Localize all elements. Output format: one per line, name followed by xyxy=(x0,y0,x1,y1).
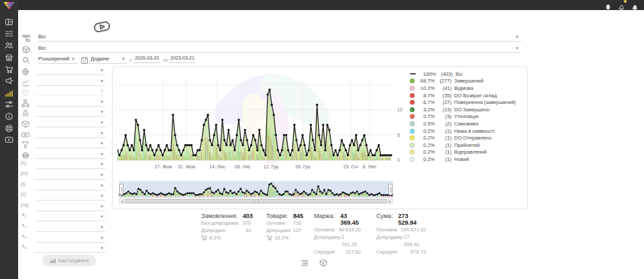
product-filter-select[interactable]: Всі ▼ xyxy=(38,44,521,53)
sidebar-item-automation[interactable] xyxy=(0,99,18,111)
legend-dot-swatch xyxy=(410,107,415,112)
scrollbar-thumb[interactable] xyxy=(125,199,387,203)
chevron-down-icon: ▼ xyxy=(100,162,104,166)
legend-item-6[interactable]: 0.7%(3)Утилізація xyxy=(410,113,525,121)
alerts-bell-icon[interactable] xyxy=(631,1,639,9)
filter-select[interactable]: ▼ xyxy=(36,87,106,96)
category-filter-select[interactable]: Всі ▼ xyxy=(38,32,521,42)
info-icon xyxy=(5,112,13,121)
chart-navigator[interactable] xyxy=(119,181,393,198)
navigator-right-handle[interactable] xyxy=(388,184,392,195)
stat-column-3: Сума:273 529.94Основна:245 871.02Допрода… xyxy=(376,213,426,256)
legend-item-11[interactable]: 0.2%(1)Відправлений xyxy=(410,149,525,156)
cube-icon xyxy=(21,120,30,128)
stat-subrow: Допродажу:2 751.25 xyxy=(314,233,361,248)
chevron-down-icon: ▼ xyxy=(515,46,519,50)
stat-subrow: Допродажу:27 658.92 xyxy=(376,233,426,248)
category-filter-value: Всі xyxy=(38,34,46,40)
sidebar-item-analytics[interactable] xyxy=(0,87,18,99)
scroll-right-arrow[interactable]: ► xyxy=(387,199,392,204)
app-logo[interactable] xyxy=(3,1,15,9)
date-field-select[interactable]: 17 Додане ▼ xyxy=(80,54,127,64)
legend-item-3[interactable]: 8.7%(35)DO Возврат склад xyxy=(410,92,525,99)
filter-select[interactable]: ▼ xyxy=(36,107,106,117)
svg-text:12. Гру: 12. Гру xyxy=(264,164,279,170)
date-to-input[interactable]: 2023-03-21 xyxy=(169,54,196,63)
filter-select[interactable]: ▼ xyxy=(36,223,106,232)
filter-select[interactable]: ▼ xyxy=(36,212,106,221)
chevron-down-icon: ▼ xyxy=(100,173,104,177)
stat-column-1: Товари:845Основні:718Допродані:12715.0% xyxy=(266,213,301,241)
legend-item-5[interactable]: 3.2%(13)DO Завершено xyxy=(410,106,525,113)
filter-select[interactable]: ▼ xyxy=(36,150,106,159)
banknote-icon xyxy=(21,129,30,137)
sidebar-item-video-tutorials[interactable] xyxy=(0,134,18,146)
apply-button-label: Застосувати xyxy=(58,258,89,264)
alerts-bell-icon xyxy=(631,3,639,11)
filter-select[interactable]: ▼ xyxy=(36,76,106,86)
box-view-icon[interactable] xyxy=(319,258,327,266)
legend-item-2[interactable]: 10.2%(41)Відмова xyxy=(410,85,525,92)
var-s-icon: {s} xyxy=(21,160,26,165)
filter-select[interactable]: ▼ xyxy=(36,160,106,169)
legend-item-9[interactable]: 0.2%(1)DO Отправлено xyxy=(410,134,525,142)
stat-subrow: Без допродажів:370 xyxy=(201,219,251,227)
filter-select[interactable]: ▼ xyxy=(36,118,106,127)
sidebar-item-dashboard[interactable] xyxy=(0,16,18,28)
filter-select[interactable]: ▼ xyxy=(36,66,106,75)
navigator-left-handle[interactable] xyxy=(119,184,123,195)
chevron-down-icon: ▼ xyxy=(100,89,104,93)
filter-select[interactable]: ▼ xyxy=(36,191,106,201)
sidebar-item-orders[interactable] xyxy=(0,28,18,40)
profile-icon[interactable] xyxy=(604,1,612,9)
legend-item-12[interactable]: 0.2%(1)Новий xyxy=(410,156,525,163)
legend-item-1[interactable]: 68.7%(277)Завершений xyxy=(410,78,525,85)
sidebar-item-purchases[interactable] xyxy=(0,63,18,75)
chevron-down-icon: ▼ xyxy=(100,184,104,188)
search-mode-select[interactable]: Розширений ▼ xyxy=(38,54,77,64)
sidebar-item-support[interactable] xyxy=(0,122,18,134)
svg-text:17: 17 xyxy=(83,59,87,62)
legend-dot-swatch xyxy=(410,121,415,126)
legend-item-0[interactable]: 100%(403)Всі xyxy=(410,70,525,78)
filter-select[interactable]: ▼ xyxy=(36,170,106,180)
filter-select[interactable]: ▼ xyxy=(36,97,106,107)
filter-row-var-m: {m}▼ xyxy=(20,170,107,180)
filter-row-funnel: ▼ xyxy=(20,139,107,149)
svg-text:23. Січ: 23. Січ xyxy=(343,164,358,169)
notifications-bell-icon[interactable] xyxy=(618,1,625,9)
legend-dot-swatch xyxy=(410,135,415,140)
world-icon xyxy=(21,152,30,160)
notifications-bell-icon xyxy=(618,3,625,11)
y-axis-tick-5: 5 xyxy=(397,133,407,137)
filter-select[interactable]: ▼ xyxy=(36,139,106,148)
filter-select[interactable]: ▼ xyxy=(36,129,106,138)
filter-select[interactable]: ▼ xyxy=(36,243,106,253)
stat-subrow: Основна:245 871.02 xyxy=(376,226,426,233)
scroll-left-arrow[interactable]: ◄ xyxy=(119,199,125,204)
apply-button[interactable]: Застосувати xyxy=(42,255,96,266)
date-from-input[interactable]: 2020-03-20 xyxy=(133,54,160,63)
chevron-down-icon: ▼ xyxy=(100,100,104,104)
filter-select[interactable]: ▼ xyxy=(36,233,106,243)
chart-type-button[interactable] xyxy=(93,18,112,32)
chart-scrollbar[interactable]: ◄ ► xyxy=(119,199,393,204)
notification-badge xyxy=(623,0,627,3)
legend-item-7[interactable]: 0.5%(2)Самовивіз xyxy=(410,120,525,127)
sidebar-item-customers[interactable] xyxy=(0,40,18,52)
sidebar-item-info[interactable] xyxy=(0,111,18,123)
calendar-icon: 17 xyxy=(80,56,89,64)
chevron-down-icon: ▼ xyxy=(100,121,104,125)
legend-item-10[interactable]: 0.2%(1)Прийнятий xyxy=(410,142,525,149)
svg-text:14. Лис: 14. Лис xyxy=(209,164,225,169)
list-view-icon[interactable] xyxy=(301,258,309,266)
legend-item-4[interactable]: 6.7%(27)Повернення (завершений) xyxy=(410,99,525,106)
orders-chart[interactable]: 17. Жов31. Жов14. Лис28. Лис12. Гру26. Г… xyxy=(117,68,395,172)
sidebar-item-marketing[interactable] xyxy=(0,75,18,87)
sidebar-item-store[interactable] xyxy=(0,52,18,64)
scrollbar-grip xyxy=(254,201,259,203)
filter-select[interactable]: ▼ xyxy=(36,181,106,190)
filter-select[interactable]: ▼ xyxy=(36,202,106,211)
filter-row-pencil-1: ✎₁▼ xyxy=(20,212,107,222)
legend-item-8[interactable]: 0.2%(1)Нема в наявності xyxy=(410,127,525,135)
